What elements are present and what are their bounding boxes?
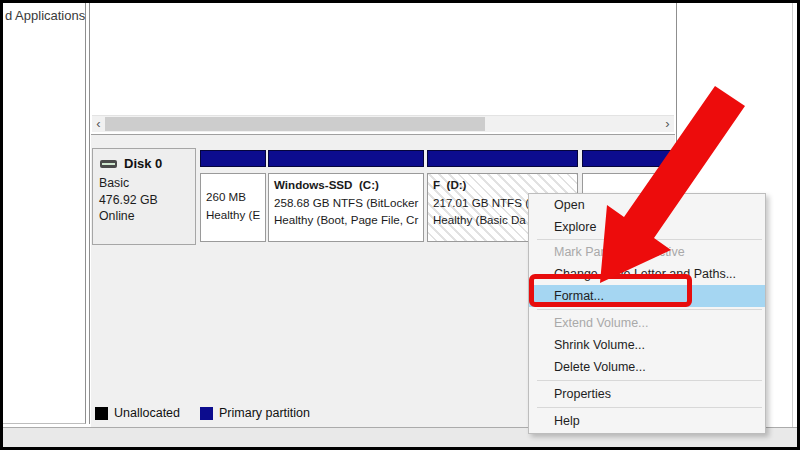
partition-context-menu: Open Explore Mark Partition as Active Ch… [528, 193, 766, 434]
scroll-right-icon[interactable]: › [661, 116, 674, 132]
menu-item-help[interactable]: Help [529, 410, 765, 432]
menu-item-delete-volume[interactable]: Delete Volume... [529, 356, 765, 378]
disk-size: 476.92 GB [99, 192, 195, 209]
menu-separator [537, 407, 762, 408]
menu-item-shrink-volume[interactable]: Shrink Volume... [529, 334, 765, 356]
volume-list-panel: ‹ › [91, 3, 675, 135]
partition-bar [200, 150, 266, 167]
legend-primary-label: Primary partition [219, 406, 310, 420]
partition-bar [268, 150, 424, 167]
partition-c[interactable]: Windows-SSD (C:) 258.68 GB NTFS (BitLock… [268, 150, 424, 245]
disk0-header[interactable]: Disk 0 Basic 476.92 GB Online [92, 148, 196, 245]
menu-item-explore[interactable]: Explore [529, 216, 765, 238]
legend: Unallocated Primary partition [95, 406, 310, 420]
disk-management-screenshot: d Applications ‹ › Disk 0 Basic 476.92 G… [0, 0, 800, 450]
partition-status: Healthy (E [206, 206, 265, 224]
scrollbar-thumb[interactable] [105, 117, 485, 131]
menu-separator [537, 239, 762, 240]
tree-item-applications[interactable]: d Applications [5, 8, 85, 23]
primary-partition-swatch [200, 407, 213, 420]
menu-separator [537, 309, 762, 310]
disk-title: Disk 0 [124, 156, 162, 171]
menu-item-properties[interactable]: Properties [529, 383, 765, 405]
menu-item-mark-partition-active: Mark Partition as Active [529, 241, 765, 263]
disk-status: Online [99, 208, 195, 225]
partition-size: 258.68 GB NTFS (BitLocker [274, 194, 423, 212]
horizontal-scrollbar[interactable]: ‹ › [92, 115, 674, 132]
partition-efi[interactable]: 260 MB Healthy (E [200, 150, 266, 245]
pane-divider [89, 3, 90, 424]
scroll-left-icon[interactable]: ‹ [92, 116, 105, 132]
console-tree-panel: d Applications [3, 3, 86, 424]
partition-name: F (D:) [433, 176, 577, 194]
menu-separator [537, 380, 762, 381]
menu-item-extend-volume: Extend Volume... [529, 312, 765, 334]
menu-item-format[interactable]: Format... [529, 285, 765, 307]
partition-bar [582, 150, 674, 167]
partition-bar [427, 150, 578, 167]
unallocated-swatch [95, 407, 108, 420]
legend-unallocated-label: Unallocated [114, 406, 180, 420]
partition-name: Windows-SSD (C:) [274, 176, 423, 194]
disk-drive-icon [100, 160, 117, 168]
disk-type: Basic [99, 175, 195, 192]
menu-item-change-drive-letter[interactable]: Change Drive Letter and Paths... [529, 263, 765, 285]
menu-item-open[interactable]: Open [529, 194, 765, 216]
partition-status: Healthy (Boot, Page File, Cr [274, 211, 423, 229]
partition-size: 260 MB [206, 188, 265, 206]
